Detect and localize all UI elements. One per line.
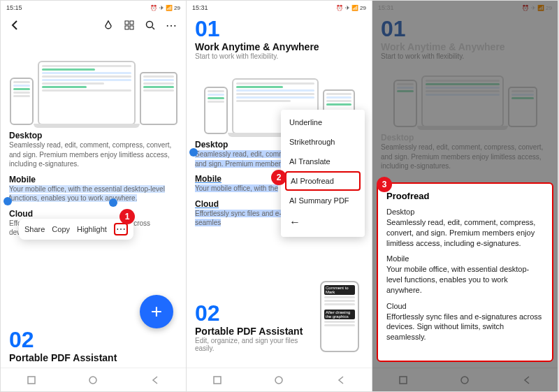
nav-home-icon[interactable] bbox=[87, 374, 99, 386]
sheet-cloud: CloudEffortlessly sync files and e-signa… bbox=[386, 301, 544, 342]
svg-rect-1 bbox=[130, 21, 133, 24]
text-mobile-selected[interactable]: Your mobile office, with the essential d… bbox=[9, 185, 165, 203]
text-desktop: Seamlessly read, edit, comment, compress… bbox=[9, 140, 177, 169]
svg-point-7 bbox=[89, 377, 96, 384]
status-time: 15:15 bbox=[6, 4, 22, 11]
system-nav bbox=[1, 368, 186, 391]
step-badge-1: 1 bbox=[119, 209, 135, 224]
section-02: 02 Portable PDF Assistant Edit, organize… bbox=[195, 302, 309, 356]
phone-mock-icon bbox=[10, 78, 34, 125]
heading-mobile: Mobile bbox=[9, 175, 177, 184]
heading-cloud: Cloud bbox=[9, 209, 177, 219]
menu-ai-proofread[interactable]: AI Proofread bbox=[285, 171, 361, 191]
text-mobile-selected[interactable]: Your mobile office, with the bbox=[195, 184, 278, 192]
phone-panel-2: 15:31 ⏰ ✈ 📶 29 01 Work Anytime & Anywher… bbox=[187, 1, 372, 391]
popup-more-icon[interactable]: ⋯ bbox=[114, 223, 128, 235]
proofread-sheet: Proofread DesktopSeamlessly read, edit, … bbox=[377, 182, 553, 362]
status-bar: 15:31 ⏰ ✈ 📶 29 bbox=[187, 1, 372, 13]
status-time: 15:31 bbox=[192, 4, 208, 11]
svg-point-4 bbox=[147, 22, 153, 28]
heading-desktop: Desktop bbox=[9, 131, 177, 140]
nav-recent-icon[interactable] bbox=[25, 374, 38, 386]
sheet-desktop: DesktopSeamlessly read, edit, comment, c… bbox=[386, 207, 544, 248]
menu-back-icon[interactable]: ← bbox=[281, 210, 365, 234]
nav-back-icon[interactable] bbox=[335, 374, 347, 386]
menu-strikethrough[interactable]: Strikethrough bbox=[281, 132, 365, 152]
svg-rect-2 bbox=[125, 26, 129, 29]
menu-ai-summary[interactable]: AI Summary PDF bbox=[281, 191, 365, 210]
search-icon[interactable] bbox=[143, 17, 158, 33]
popup-highlight[interactable]: Highlight bbox=[77, 225, 107, 233]
section-02-sub: Edit, organize, and sign your files easi… bbox=[195, 337, 309, 352]
document-content: 01 Work Anytime & Anywhere Start to work… bbox=[187, 13, 372, 228]
status-icons: ⏰ ✈ 📶 29 bbox=[336, 5, 366, 11]
menu-underline[interactable]: Underline bbox=[281, 112, 365, 132]
big-num-02: 02 bbox=[195, 302, 309, 324]
section-02-title: Portable PDF Assistant bbox=[9, 352, 117, 363]
svg-rect-0 bbox=[125, 21, 129, 24]
section-02-title: Portable PDF Assistant bbox=[195, 326, 309, 337]
nav-home-icon[interactable] bbox=[273, 374, 285, 386]
section-01-title: Work Anytime & Anywhere bbox=[195, 41, 363, 52]
document-content: Desktop Seamlessly read, edit, comment, … bbox=[1, 41, 186, 238]
app-toolbar: ⋯ bbox=[1, 13, 186, 37]
nav-back-icon[interactable] bbox=[149, 374, 161, 386]
phone-panel-1: 15:15 ⏰ ✈ 📶 29 ⋯ Desk bbox=[1, 1, 187, 391]
selection-dropdown: Underline Strikethrough AI Translate AI … bbox=[281, 110, 365, 237]
tablet-mock-icon bbox=[140, 72, 177, 125]
section-01-sub: Start to work with flexibility. bbox=[195, 52, 363, 60]
section-02: 02 Portable PDF Assistant bbox=[9, 328, 117, 363]
status-icons: ⏰ ✈ 📶 29 bbox=[150, 5, 180, 11]
big-num-02: 02 bbox=[9, 328, 117, 351]
fab-add-button[interactable]: + bbox=[140, 295, 173, 328]
phone-panel-3: 15:31 ⏰ ✈ 📶 29 01 Work Anytime & Anywher… bbox=[372, 1, 558, 391]
selection-popup: Share Copy Highlight ⋯ bbox=[19, 219, 133, 240]
phone-mock-large-icon: Comment to Mark After drawing the graphi… bbox=[320, 281, 359, 352]
sheet-mobile: MobileYour mobile office, with essential… bbox=[386, 254, 544, 295]
back-icon[interactable] bbox=[8, 17, 23, 33]
step-badge-2: 2 bbox=[271, 170, 286, 185]
sheet-title: Proofread bbox=[386, 191, 544, 201]
nav-recent-icon[interactable] bbox=[211, 374, 224, 386]
ink-icon[interactable] bbox=[101, 17, 116, 33]
system-nav bbox=[187, 368, 372, 391]
svg-rect-8 bbox=[214, 377, 221, 384]
svg-line-5 bbox=[152, 27, 154, 29]
menu-ai-translate[interactable]: AI Translate bbox=[281, 152, 365, 171]
phone-mock-icon bbox=[204, 87, 228, 134]
svg-point-9 bbox=[275, 377, 282, 384]
popup-share[interactable]: Share bbox=[24, 225, 45, 233]
status-bar: 15:15 ⏰ ✈ 📶 29 bbox=[1, 1, 186, 13]
svg-rect-3 bbox=[130, 26, 133, 29]
laptop-mock-icon bbox=[38, 61, 136, 125]
grid-icon[interactable] bbox=[122, 17, 137, 33]
step-badge-3: 3 bbox=[377, 177, 392, 192]
more-icon[interactable]: ⋯ bbox=[164, 17, 179, 33]
svg-rect-6 bbox=[28, 377, 35, 384]
hero-devices bbox=[9, 41, 177, 125]
big-num-01: 01 bbox=[195, 17, 363, 40]
popup-copy[interactable]: Copy bbox=[52, 225, 70, 233]
